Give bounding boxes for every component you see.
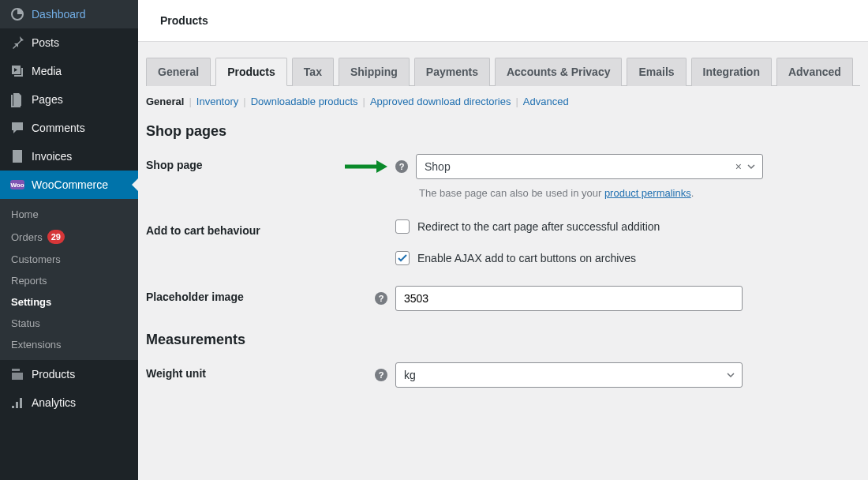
field-weight-unit: Weight unit ? kg [146, 362, 860, 388]
subtab-separator: | [363, 96, 365, 107]
submenu-item-label: Status [11, 317, 40, 329]
ajax-checkbox-row[interactable]: Enable AJAX add to cart buttons on archi… [395, 251, 860, 265]
orders-count-badge: 29 [47, 230, 65, 244]
submenu-item-extensions[interactable]: Extensions [0, 334, 138, 355]
invoices-icon [9, 148, 25, 164]
sidebar-item-label: WooCommerce [32, 178, 108, 191]
field-label: Shop page [146, 159, 203, 171]
svg-text:Woo: Woo [10, 182, 24, 189]
subtab-separator: | [189, 96, 191, 107]
subtab-separator: | [515, 96, 518, 107]
sidebar-item-label: Products [32, 368, 75, 381]
shop-page-select[interactable]: Shop × [416, 154, 763, 179]
submenu-item-label: Extensions [11, 339, 62, 351]
redirect-checkbox-label: Redirect to the cart page after successf… [417, 220, 660, 233]
sidebar-item-label: Pages [32, 93, 63, 106]
sidebar-item-label: Invoices [32, 150, 72, 163]
comments-icon [9, 120, 25, 136]
tab-tax[interactable]: Tax [292, 58, 334, 86]
media-icon [9, 63, 25, 79]
sidebar-item-products[interactable]: Products [0, 360, 138, 388]
subtab-advanced[interactable]: Advanced [523, 96, 569, 107]
sidebar-item-label: Posts [32, 36, 59, 49]
chevron-down-icon [726, 370, 735, 380]
woocommerce-icon: Woo [9, 177, 25, 193]
tab-accounts-privacy[interactable]: Accounts & Privacy [495, 58, 623, 86]
redirect-checkbox-row[interactable]: Redirect to the cart page after successf… [395, 219, 860, 234]
subtab-general[interactable]: General [146, 96, 184, 107]
pin-icon [9, 35, 25, 51]
page-header: Products [138, 0, 868, 42]
submenu-item-label: Settings [11, 296, 51, 308]
woocommerce-submenu: Home Orders 29 Customers Reports Setting… [0, 199, 138, 360]
sidebar-item-pages[interactable]: Pages [0, 85, 138, 114]
subtab-inventory[interactable]: Inventory [196, 96, 238, 107]
settings-content: General Products Tax Shipping Payments A… [138, 42, 868, 424]
help-icon[interactable]: ? [375, 369, 387, 381]
settings-tabs: General Products Tax Shipping Payments A… [146, 58, 860, 86]
ajax-checkbox-label: Enable AJAX add to cart buttons on archi… [417, 252, 636, 264]
field-placeholder-image: Placeholder image ? [146, 286, 860, 311]
sidebar-item-label: Media [32, 65, 62, 77]
redirect-checkbox[interactable] [395, 219, 410, 234]
field-label: Placeholder image [146, 291, 244, 303]
dashboard-icon [9, 6, 25, 22]
help-icon[interactable]: ? [375, 292, 387, 305]
clear-icon[interactable]: × [735, 160, 742, 173]
sidebar-item-label: Comments [32, 122, 85, 134]
weight-unit-select[interactable]: kg [395, 362, 743, 388]
sidebar-item-invoices[interactable]: Invoices [0, 142, 138, 171]
sidebar-item-label: Analytics [32, 396, 76, 409]
field-add-to-cart: Add to cart behaviour Redirect to the ca… [146, 219, 860, 265]
products-icon [9, 366, 25, 382]
sidebar-item-analytics[interactable]: Analytics [0, 388, 138, 417]
tab-payments[interactable]: Payments [414, 58, 490, 86]
submenu-item-label: Reports [11, 275, 47, 287]
sidebar-item-dashboard[interactable]: Dashboard [0, 0, 138, 28]
submenu-item-home[interactable]: Home [0, 204, 138, 225]
page-title: Products [160, 14, 846, 27]
sidebar-item-posts[interactable]: Posts [0, 28, 138, 57]
submenu-item-label: Orders [11, 231, 43, 243]
shop-page-hint: The base page can also be used in your p… [419, 187, 860, 199]
settings-subtabs: General | Inventory | Downloadable produ… [146, 96, 860, 107]
submenu-item-reports[interactable]: Reports [0, 270, 138, 291]
sidebar-item-label: Dashboard [32, 8, 86, 21]
submenu-item-orders[interactable]: Orders 29 [0, 225, 138, 249]
field-label: Add to cart behaviour [146, 224, 260, 237]
help-icon[interactable]: ? [395, 160, 408, 173]
shop-page-select-value: Shop [425, 160, 451, 173]
ajax-checkbox[interactable] [395, 251, 410, 265]
tab-shipping[interactable]: Shipping [339, 58, 410, 86]
subtab-downloadable-products[interactable]: Downloadable products [251, 96, 358, 107]
sidebar-item-media[interactable]: Media [0, 57, 138, 85]
pages-icon [9, 92, 25, 107]
analytics-icon [9, 395, 25, 411]
weight-unit-select-value: kg [404, 369, 416, 381]
tab-general[interactable]: General [146, 58, 211, 86]
tab-integration[interactable]: Integration [691, 58, 772, 86]
admin-sidebar: Dashboard Posts Media Pages Comments Inv… [0, 0, 138, 480]
main-content: Products General Products Tax Shipping P… [138, 0, 868, 480]
placeholder-image-input[interactable] [395, 286, 743, 311]
tab-emails[interactable]: Emails [627, 58, 686, 86]
submenu-item-settings[interactable]: Settings [0, 291, 138, 313]
subtab-separator: | [243, 96, 245, 107]
sidebar-item-woocommerce[interactable]: Woo WooCommerce [0, 171, 138, 199]
svg-marker-3 [376, 160, 387, 173]
submenu-item-label: Home [11, 208, 39, 220]
field-shop-page: Shop page ? Shop × [146, 154, 860, 199]
submenu-item-label: Customers [11, 253, 61, 265]
tab-products[interactable]: Products [215, 58, 287, 86]
section-heading-measurements: Measurements [146, 332, 860, 348]
field-label: Weight unit [146, 367, 206, 380]
submenu-item-customers[interactable]: Customers [0, 249, 138, 270]
sidebar-item-comments[interactable]: Comments [0, 114, 138, 142]
arrow-annotation-icon [343, 159, 387, 174]
chevron-down-icon [746, 162, 756, 171]
section-heading-shop-pages: Shop pages [146, 123, 860, 140]
submenu-item-status[interactable]: Status [0, 313, 138, 334]
subtab-approved-download-directories[interactable]: Approved download directories [370, 96, 511, 107]
product-permalinks-link[interactable]: product permalinks [604, 187, 691, 199]
tab-advanced[interactable]: Advanced [776, 58, 853, 86]
